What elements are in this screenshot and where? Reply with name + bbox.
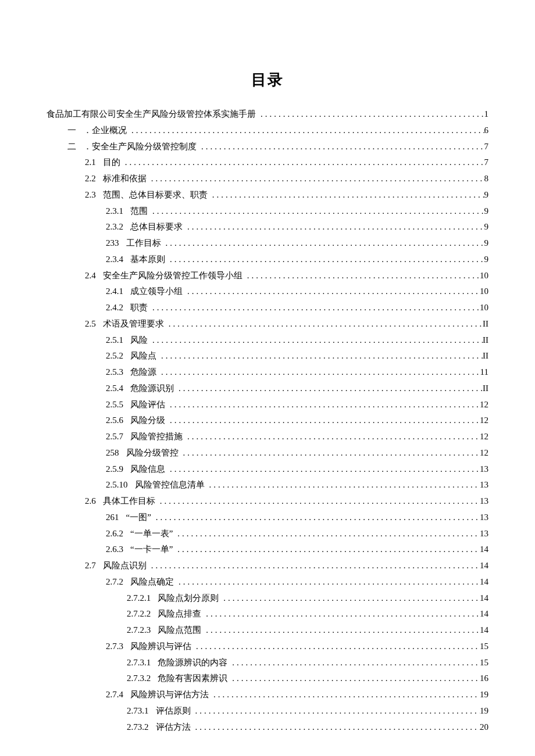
toc-entry-number: 2.5.3 [106, 364, 123, 381]
toc-entry-page: 9 [484, 235, 489, 252]
toc-entry: 2.73.1评估原则..............................… [47, 703, 488, 719]
toc-title: 目录 [47, 70, 488, 90]
toc-entry-number: 2.73.1 [127, 703, 149, 719]
toc-entry-page: 13 [480, 477, 488, 493]
toc-entry-number: 2.2 [85, 171, 96, 187]
toc-entry-page: 15 [480, 655, 488, 671]
toc-entry: 2.7.4风险辨识与评估方法..........................… [47, 687, 488, 703]
toc-entry-number: 2.6.2 [106, 526, 123, 542]
toc-entry: 2.3.2总体目标要求.............................… [47, 219, 488, 235]
toc-leader-dots: ........................................… [156, 364, 480, 381]
toc-entry-label: 风险点 [130, 348, 156, 364]
toc-entry: 2.2标准和依据................................… [47, 171, 488, 187]
toc-entry: 2.3.4基本原则...............................… [47, 252, 488, 268]
toc-entry-page: II [483, 332, 488, 349]
toc-entry-label: 风险管控信息清单 [135, 477, 205, 493]
toc-entry-number: 2.3.2 [106, 219, 123, 235]
toc-leader-dots: ........................................… [164, 316, 483, 332]
toc-entry-number: 258 [106, 445, 119, 461]
toc-entry: 2.7风险点识别................................… [47, 558, 488, 574]
toc-entry-label: “一图” [126, 510, 151, 526]
toc-entry: 2.5.10风险管控信息清单..........................… [47, 477, 488, 493]
toc-entry-page: 9 [484, 187, 489, 203]
toc-entry: 2.7.3.2危险有害因素辨识.........................… [47, 671, 488, 687]
toc-leader-dots: ........................................… [197, 139, 484, 155]
toc-entry-page: II [483, 381, 488, 397]
toc-entry-page: 10 [480, 268, 488, 284]
toc-entry-page: 9 [484, 203, 489, 220]
toc-entry-label: 风险点识别 [103, 558, 147, 574]
toc-entry-page: 20 [480, 719, 488, 736]
toc-entry-number: 2.3 [85, 187, 96, 203]
toc-entry-number: 2.4 [85, 268, 96, 284]
toc-entry-number: 2.5 [85, 316, 96, 332]
toc-leader-dots: ........................................… [174, 574, 480, 590]
toc-leader-dots: ........................................… [147, 171, 484, 187]
toc-entry-label: 风险辨识与评估 [130, 639, 191, 655]
toc-entry: 2.4.1成立领导小组.............................… [47, 284, 488, 300]
toc-leader-dots: ........................................… [120, 155, 484, 171]
toc-entry-page: 14 [480, 558, 488, 574]
toc-entry-number: 二 [67, 139, 76, 155]
toc-entry-label: 风险辨识与评估方法 [130, 687, 209, 703]
toc-entry-page: 9 [484, 252, 489, 268]
toc-leader-dots: ........................................… [208, 187, 484, 203]
toc-entry: 2.3.1范围.................................… [47, 203, 488, 220]
toc-leader-dots: ........................................… [155, 493, 480, 510]
toc-leader-dots: ........................................… [127, 123, 484, 139]
toc-entry-page: 12 [480, 397, 488, 413]
toc-entry-label: 风险点确定 [130, 574, 174, 590]
toc-leader-dots: ........................................… [183, 429, 480, 445]
toc-leader-dots: ........................................… [147, 558, 480, 574]
toc-entry-number: 2.7.3 [106, 639, 123, 655]
toc-entry: 2.5.5风险评估...............................… [47, 397, 488, 413]
toc-entry: 2.6具体工作目标...............................… [47, 493, 488, 510]
toc-entry: 2.5.1风险.................................… [47, 332, 488, 349]
toc-entry-label: “一卡一单” [130, 542, 173, 558]
toc-entry: 二．安全生产风险分级管控制度..........................… [47, 139, 488, 155]
toc-entry: 2.5.3危险源................................… [47, 364, 488, 381]
toc-leader-dots: ........................................… [201, 622, 480, 639]
toc-entry-page: 14 [480, 606, 488, 622]
toc-entry: 2.5.9风险信息...............................… [47, 461, 488, 478]
toc-entry-page: 19 [480, 687, 488, 703]
toc-entry-page: 14 [480, 590, 488, 607]
toc-entry-label: 术语及管理要求 [103, 316, 164, 332]
toc-entry-number: 2.5.7 [106, 429, 123, 445]
toc-leader-dots: ........................................… [219, 590, 480, 607]
toc-entry: 2.73.2评估方法..............................… [47, 719, 488, 736]
toc-entry: 233工作目标.................................… [47, 235, 488, 252]
toc-entry-number: 2.7 [85, 558, 96, 574]
toc-entry-label: 安全生产风险分级管控工作领导小组 [103, 268, 242, 284]
toc-entry-page: 14 [480, 622, 488, 639]
toc-entry-label: 评估方法 [156, 719, 191, 736]
toc-entry-number: 2.7.2.1 [127, 590, 151, 607]
toc-entry-number: 2.5.4 [106, 381, 123, 397]
toc-entry-label: ．企业概况 [83, 123, 127, 139]
toc-entry-number: 2.7.2.2 [127, 606, 151, 622]
toc-leader-dots: ........................................… [191, 639, 480, 655]
toc-entry-label: 危险源辨识的内容 [158, 655, 227, 671]
toc-entry-page: 8 [484, 171, 489, 187]
toc-entry-label: 范围、总体目标要求、职责 [103, 187, 208, 203]
toc-entry-page: 15 [480, 639, 488, 655]
toc-entry-label: 总体目标要求 [130, 219, 183, 235]
toc-entry: 2.5.6风险分级...............................… [47, 413, 488, 429]
toc-entry-number: 2.3.1 [106, 203, 123, 220]
toc-entry-label: 基本原则 [130, 252, 165, 268]
toc-leader-dots: ........................................… [256, 106, 484, 123]
toc-leader-dots: ........................................… [165, 413, 480, 429]
toc-entry: 食品加工有限公司安全生产风险分级管控体系实施手册................… [47, 106, 488, 123]
toc-entry-page: 13 [480, 526, 488, 542]
toc-entry-number: 233 [106, 235, 119, 252]
toc-entry-label: “一单一表” [130, 526, 173, 542]
toc-entry-page: 11 [480, 364, 488, 381]
toc-entry: 2.4安全生产风险分级管控工作领导小组.....................… [47, 268, 488, 284]
toc-entry: 261“一图”.................................… [47, 510, 488, 526]
toc-entry-number: 261 [106, 510, 119, 526]
toc-entry-label: 风险分级管控 [126, 445, 179, 461]
toc-entry-number: 2.7.3.2 [127, 671, 151, 687]
toc-entry: 2.7.2.2风险点排查............................… [47, 606, 488, 622]
toc-entry-number: 2.5.6 [106, 413, 123, 429]
toc-entry-label: 风险管控措施 [130, 429, 183, 445]
